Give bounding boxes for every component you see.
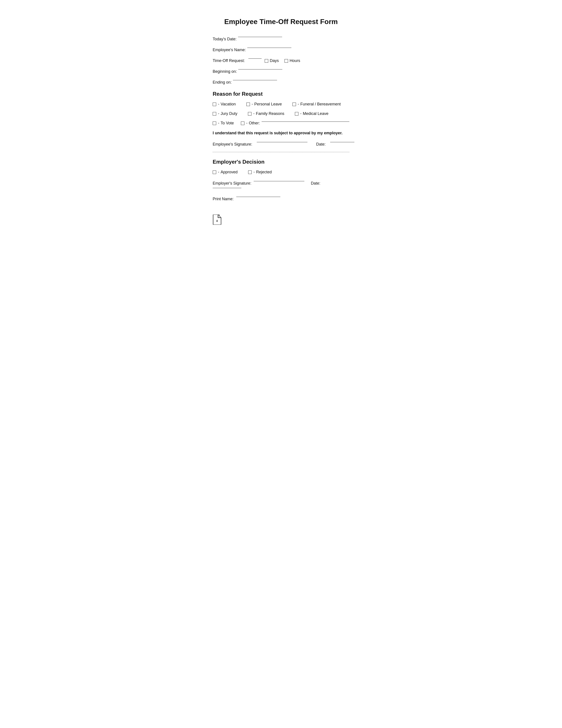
rejected-dash: -: [254, 170, 255, 174]
todays-date-label: Today's Date:: [213, 37, 237, 41]
hours-checkbox[interactable]: Hours: [284, 58, 300, 63]
medical-leave-label: Medical Leave: [303, 111, 328, 116]
other-dash: -: [246, 121, 248, 125]
medical-leave-dash: -: [300, 111, 301, 116]
employee-sig-date-label: Date:: [316, 142, 326, 147]
to-vote-checkbox-box[interactable]: [213, 122, 216, 125]
employer-signature-row: Employer's Signature: Date:: [213, 181, 349, 191]
timeoff-request-row: Time-Off Request: Days Hours: [213, 58, 349, 63]
beginning-on-label: Beginning on:: [213, 69, 237, 74]
approved-label: Approved: [221, 170, 238, 174]
other-label: Other:: [249, 121, 260, 125]
personal-leave-checkbox-item[interactable]: - Personal Leave: [247, 102, 282, 107]
personal-leave-label: Personal Leave: [254, 102, 282, 107]
employer-sig-label: Employer's Signature:: [213, 181, 252, 186]
family-reasons-dash: -: [253, 111, 255, 116]
jury-duty-dash: -: [218, 111, 219, 116]
to-vote-label: To Vote: [221, 121, 234, 125]
todays-date-row: Today's Date:: [213, 37, 349, 41]
rejected-checkbox-box[interactable]: [248, 170, 252, 174]
approved-checkbox-item[interactable]: - Approved: [213, 170, 238, 174]
approved-dash: -: [218, 170, 219, 174]
dashed-divider: [213, 152, 349, 152]
family-reasons-checkbox-item[interactable]: - Family Reasons: [248, 111, 284, 116]
employees-name-label: Employee's Name:: [213, 48, 246, 52]
hours-checkbox-box[interactable]: [284, 59, 288, 63]
footer: ē: [213, 215, 349, 225]
ending-on-row: Ending on:: [213, 80, 349, 85]
reason-row-1: - Vacation - Personal Leave - Funeral / …: [213, 102, 349, 107]
days-label: Days: [270, 58, 279, 63]
vacation-dash: -: [218, 102, 219, 107]
employees-name-row: Employee's Name:: [213, 48, 349, 52]
hours-label: Hours: [289, 58, 300, 63]
days-hours-group: Days Hours: [265, 58, 300, 63]
employer-sig-underline[interactable]: [254, 181, 304, 181]
todays-date-underline[interactable]: [238, 37, 282, 37]
svg-text:ē: ē: [217, 219, 218, 223]
document-icon: ē: [213, 215, 222, 225]
reason-row-3: - To Vote - Other:: [213, 121, 349, 125]
reason-section-title: Reason for Request: [213, 91, 349, 97]
employer-sig-date-label: Date:: [311, 181, 320, 186]
jury-duty-checkbox-box[interactable]: [213, 112, 216, 116]
personal-leave-dash: -: [252, 102, 253, 107]
funeral-checkbox-item[interactable]: - Funeral / Bereavement: [292, 102, 341, 107]
reason-row-2: - Jury Duty - Family Reasons - Medical L…: [213, 111, 349, 116]
funeral-checkbox-box[interactable]: [292, 103, 296, 106]
medical-leave-checkbox-item[interactable]: - Medical Leave: [295, 111, 328, 116]
other-checkbox-box[interactable]: [241, 122, 245, 125]
print-name-label: Print Name:: [213, 197, 234, 201]
employees-name-underline[interactable]: [247, 48, 291, 48]
approved-checkbox-box[interactable]: [213, 170, 216, 174]
days-checkbox[interactable]: Days: [265, 58, 279, 63]
to-vote-dash: -: [218, 121, 219, 125]
ending-on-label: Ending on:: [213, 80, 232, 85]
approved-rejected-row: - Approved - Rejected: [213, 170, 349, 174]
rejected-checkbox-item[interactable]: - Rejected: [248, 170, 272, 174]
funeral-label: Funeral / Bereavement: [300, 102, 341, 107]
page-title: Employee Time-Off Request Form: [213, 18, 349, 26]
jury-duty-label: Jury Duty: [221, 111, 238, 116]
timeoff-label: Time-Off Request:: [213, 58, 245, 63]
medical-leave-checkbox-box[interactable]: [295, 112, 298, 116]
timeoff-amount-underline[interactable]: [249, 58, 262, 59]
employer-decision-title: Employer's Decision: [213, 159, 349, 165]
beginning-on-row: Beginning on:: [213, 69, 349, 74]
to-vote-checkbox-item[interactable]: - To Vote: [213, 121, 234, 125]
rejected-label: Rejected: [256, 170, 272, 174]
vacation-label: Vacation: [221, 102, 236, 107]
funeral-dash: -: [298, 102, 299, 107]
personal-leave-checkbox-box[interactable]: [247, 103, 250, 106]
days-checkbox-box[interactable]: [265, 59, 268, 63]
employee-signature-row: Employee's Signature: Date:: [213, 142, 349, 147]
employee-sig-label: Employee's Signature:: [213, 142, 252, 147]
other-checkbox-item[interactable]: - Other:: [241, 121, 260, 125]
print-name-row: Print Name:: [213, 197, 349, 201]
jury-duty-checkbox-item[interactable]: - Jury Duty: [213, 111, 238, 116]
notice-text: I understand that this request is subjec…: [213, 131, 349, 135]
family-reasons-label: Family Reasons: [256, 111, 284, 116]
employee-sig-underline[interactable]: [257, 142, 307, 142]
employee-sig-date-underline[interactable]: [330, 142, 354, 142]
vacation-checkbox-item[interactable]: - Vacation: [213, 102, 236, 107]
family-reasons-checkbox-box[interactable]: [248, 112, 252, 116]
ending-on-underline[interactable]: [233, 80, 277, 80]
form-page: Employee Time-Off Request Form Today's D…: [195, 4, 367, 238]
print-name-underline[interactable]: [236, 197, 281, 197]
vacation-checkbox-box[interactable]: [213, 103, 216, 106]
